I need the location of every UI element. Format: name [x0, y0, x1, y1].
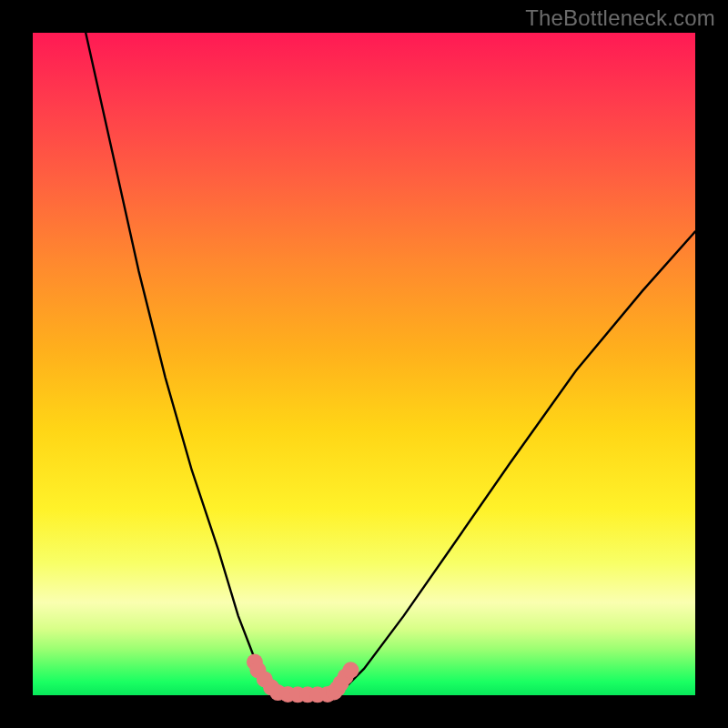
curve-svg	[33, 33, 695, 695]
plot-area	[33, 33, 695, 695]
marker-group	[247, 654, 359, 703]
bottleneck-curve	[86, 33, 695, 695]
chart-frame: TheBottleneck.com	[0, 0, 728, 728]
marker-dot	[342, 662, 359, 678]
watermark-text: TheBottleneck.com	[525, 5, 715, 31]
